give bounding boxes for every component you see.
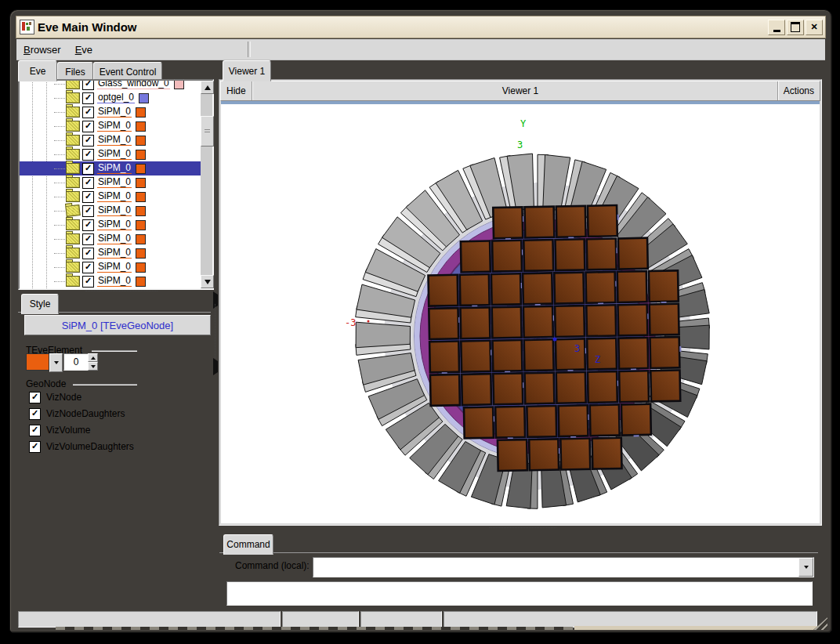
checkbox-vizvolume[interactable]: ✓ VizVolume bbox=[29, 424, 90, 436]
tree-item-checkbox[interactable]: ✓ bbox=[82, 149, 94, 161]
tree-item-checkbox[interactable]: ✓ bbox=[82, 121, 94, 132]
tree-item-label[interactable]: SiPM_0 bbox=[97, 191, 132, 202]
color-swatch bbox=[174, 81, 184, 89]
spinner-down-button[interactable] bbox=[88, 362, 98, 371]
tree-scrollbar[interactable] bbox=[201, 81, 212, 288]
tree-viewport[interactable]: ✓ Glass_window_0 ✓ optgel_0 ✓ SiPM_0 ✓ S… bbox=[20, 81, 201, 288]
scroll-down-button[interactable] bbox=[201, 275, 214, 288]
color-swatch-main[interactable] bbox=[26, 353, 49, 371]
color-swatch bbox=[136, 262, 146, 273]
splitter-dots bbox=[85, 291, 158, 291]
checkbox-icon[interactable]: ✓ bbox=[29, 441, 41, 453]
arrow-up-icon bbox=[205, 85, 211, 90]
command-dropdown-button[interactable] bbox=[798, 558, 813, 577]
tree-item-checkbox[interactable]: ✓ bbox=[82, 219, 94, 231]
tree-item[interactable]: ✓ SiPM_0 bbox=[20, 218, 201, 232]
tab-command[interactable]: Command bbox=[223, 534, 273, 555]
title-bar[interactable]: Eve Main Window ✕ bbox=[16, 16, 826, 38]
tree-item-label[interactable]: Glass_window_0 bbox=[97, 81, 170, 89]
tree-item[interactable]: ✓ SiPM_0 bbox=[20, 147, 201, 161]
tree-connector bbox=[54, 225, 65, 226]
tree-item-label[interactable]: SiPM_0 bbox=[97, 276, 132, 287]
tree-item-checkbox[interactable]: ✓ bbox=[82, 262, 94, 273]
tree-item[interactable]: ✓ SiPM_0 bbox=[20, 274, 201, 288]
tree-item[interactable]: ✓ SiPM_0 bbox=[20, 105, 201, 119]
tree-item[interactable]: ✓ SiPM_0 bbox=[20, 133, 201, 147]
tree-item-label[interactable]: SiPM_0 bbox=[97, 135, 132, 146]
tree-item-checkbox[interactable]: ✓ bbox=[82, 177, 94, 189]
tree-item-checkbox[interactable]: ✓ bbox=[82, 233, 94, 245]
folder-icon bbox=[66, 233, 80, 244]
tree-item-label[interactable]: SiPM_0 bbox=[97, 262, 132, 273]
color-swatch bbox=[136, 220, 146, 230]
folder-icon bbox=[66, 177, 80, 188]
tree-item-label[interactable]: SiPM_0 bbox=[97, 163, 132, 174]
command-output[interactable] bbox=[226, 581, 813, 606]
tree-item-checkbox[interactable]: ✓ bbox=[82, 81, 94, 90]
hide-button[interactable]: Hide bbox=[221, 81, 252, 100]
transparency-spinner-value[interactable]: 0 bbox=[63, 353, 89, 371]
spinner-up-icon bbox=[91, 356, 96, 360]
scrollbar-thumb[interactable] bbox=[201, 116, 214, 147]
spinner-up-button[interactable] bbox=[88, 353, 98, 362]
checkbox-icon[interactable]: ✓ bbox=[29, 392, 41, 403]
tree-item[interactable]: ✓ SiPM_0 bbox=[20, 232, 201, 246]
command-input[interactable] bbox=[313, 558, 798, 577]
checkbox-viznodedaughters[interactable]: ✓ VizNodeDaughters bbox=[29, 407, 125, 420]
actions-button[interactable]: Actions bbox=[777, 81, 820, 100]
window-title: Eve Main Window bbox=[38, 20, 137, 34]
tree-item[interactable]: ✓ optgel_0 bbox=[20, 91, 201, 105]
gl-scene-canvas[interactable]: Y3-33Z bbox=[221, 104, 820, 522]
tree-item-label[interactable]: SiPM_0 bbox=[97, 248, 132, 259]
color-dropdown-button[interactable] bbox=[49, 353, 63, 372]
tab-eve[interactable]: Eve bbox=[18, 60, 57, 81]
minimize-button[interactable] bbox=[768, 20, 785, 35]
close-button[interactable]: ✕ bbox=[806, 20, 823, 35]
tree-item[interactable]: ✓ SiPM_0 bbox=[20, 246, 201, 260]
svg-text:-3: -3 bbox=[345, 317, 356, 328]
folder-icon bbox=[66, 135, 80, 146]
tree-item-checkbox[interactable]: ✓ bbox=[82, 135, 94, 147]
tree-item[interactable]: ✓ Glass_window_0 bbox=[20, 81, 201, 91]
checkbox-icon[interactable]: ✓ bbox=[29, 425, 41, 436]
checkbox-label: VizNode bbox=[46, 392, 81, 403]
selected-object-header[interactable]: SiPM_0 [TEveGeoNode] bbox=[24, 315, 211, 335]
tree-item-label[interactable]: SiPM_0 bbox=[97, 107, 132, 118]
tree-connector bbox=[54, 211, 65, 212]
tree-item-checkbox[interactable]: ✓ bbox=[82, 191, 94, 203]
viewer-frame: Hide Viewer 1 Actions Y3-33Z bbox=[219, 79, 822, 526]
tree-item-label[interactable]: SiPM_0 bbox=[97, 233, 132, 244]
tree-item[interactable]: ✓ SiPM_0 bbox=[20, 175, 201, 190]
tree-item-checkbox[interactable]: ✓ bbox=[82, 92, 94, 104]
tab-viewer-1[interactable]: Viewer 1 bbox=[223, 60, 271, 81]
tree-item-label[interactable]: SiPM_0 bbox=[97, 177, 132, 188]
tree-item[interactable]: ✓ SiPM_0 bbox=[20, 204, 201, 218]
tree-item-label[interactable]: SiPM_0 bbox=[97, 121, 132, 132]
tree-item[interactable]: ✓ SiPM_0 bbox=[20, 190, 201, 204]
color-swatch bbox=[136, 192, 146, 202]
maximize-button[interactable] bbox=[787, 20, 804, 35]
tree-item-label[interactable]: SiPM_0 bbox=[97, 149, 132, 160]
gl-viewport[interactable]: Y3-33Z bbox=[221, 104, 820, 523]
checkbox-vizvolumedaughters[interactable]: ✓ VizVolumeDaughters bbox=[29, 440, 134, 453]
checkbox-icon[interactable]: ✓ bbox=[29, 408, 41, 420]
menu-browser[interactable]: Browser bbox=[16, 42, 68, 57]
color-swatch bbox=[136, 150, 146, 160]
tree-item-checkbox[interactable]: ✓ bbox=[82, 163, 94, 175]
tree-item-label[interactable]: SiPM_0 bbox=[97, 205, 132, 216]
tree-item-checkbox[interactable]: ✓ bbox=[82, 205, 94, 217]
tree-item-checkbox[interactable]: ✓ bbox=[82, 248, 94, 259]
scroll-up-button[interactable] bbox=[201, 81, 214, 94]
tree-connector bbox=[54, 154, 65, 155]
tree-item[interactable]: ✓ SiPM_0 bbox=[20, 119, 201, 133]
checkbox-viznode[interactable]: ✓ VizNode bbox=[29, 391, 81, 403]
tree-item-label[interactable]: SiPM_0 bbox=[97, 219, 132, 230]
tab-style[interactable]: Style bbox=[21, 294, 59, 314]
menu-eve[interactable]: Eve bbox=[68, 42, 100, 57]
tree-item-label[interactable]: optgel_0 bbox=[97, 92, 135, 103]
tree-item[interactable]: ✓ SiPM_0 bbox=[20, 161, 201, 175]
tree-item-checkbox[interactable]: ✓ bbox=[82, 107, 94, 118]
group-rule bbox=[92, 350, 137, 352]
tree-item-checkbox[interactable]: ✓ bbox=[82, 276, 94, 288]
tree-item[interactable]: ✓ SiPM_0 bbox=[20, 260, 201, 274]
